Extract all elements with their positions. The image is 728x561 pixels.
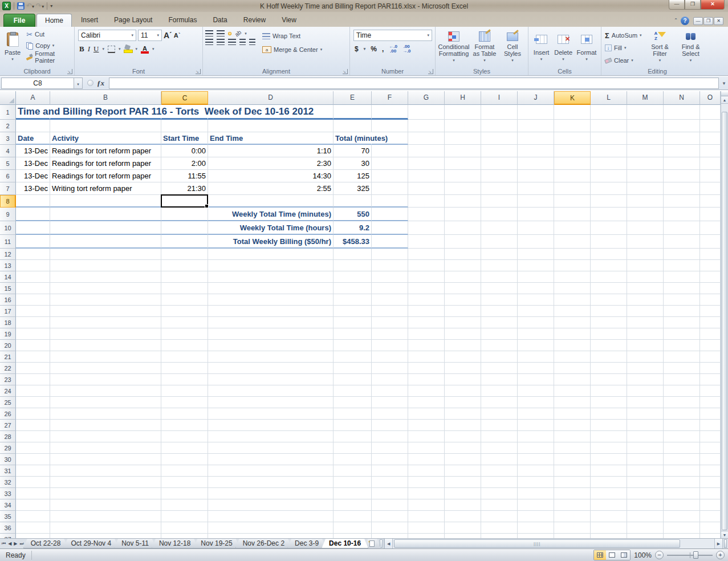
cell-J7[interactable] xyxy=(518,182,554,195)
excel-logo-icon[interactable]: X xyxy=(2,2,11,10)
font-color-icon[interactable]: A xyxy=(141,45,149,54)
cell-A37[interactable] xyxy=(16,534,50,538)
cell-F26[interactable] xyxy=(372,408,408,420)
cell-N13[interactable] xyxy=(664,260,700,271)
next-sheet-icon[interactable]: ▶ xyxy=(14,541,17,546)
cell-L35[interactable] xyxy=(591,511,627,522)
cell-I7[interactable] xyxy=(481,182,518,195)
cell-A36[interactable] xyxy=(16,522,50,534)
cell-J10[interactable] xyxy=(518,221,554,235)
cell-H1[interactable] xyxy=(445,105,481,120)
row-header-22[interactable]: 22 xyxy=(0,363,16,374)
cell-A3[interactable]: Date xyxy=(16,132,50,145)
cell-N19[interactable] xyxy=(664,328,700,340)
align-top-icon[interactable] xyxy=(205,30,213,36)
cell-M18[interactable] xyxy=(627,317,664,328)
cell-C26[interactable] xyxy=(161,408,208,420)
percent-format-button[interactable]: % xyxy=(371,45,377,53)
cell-I35[interactable] xyxy=(481,511,518,522)
cell-F12[interactable] xyxy=(372,249,408,260)
cell-O35[interactable] xyxy=(700,511,721,522)
cell-C13[interactable] xyxy=(161,260,208,271)
tab-page-layout[interactable]: Page Layout xyxy=(106,14,160,27)
cell-C30[interactable] xyxy=(161,454,208,465)
cell-D35[interactable] xyxy=(208,511,334,522)
cell-C27[interactable] xyxy=(161,420,208,431)
cell-M2[interactable] xyxy=(627,120,664,132)
cell-G4[interactable] xyxy=(408,145,445,157)
cell-G16[interactable] xyxy=(408,294,445,306)
cell-J21[interactable] xyxy=(518,351,554,363)
cell-H15[interactable] xyxy=(445,283,481,294)
cell-E12[interactable] xyxy=(334,249,372,260)
cell-I37[interactable] xyxy=(481,534,518,538)
cell-B24[interactable] xyxy=(50,385,161,397)
cell-L30[interactable] xyxy=(591,454,627,465)
page-break-view-button[interactable] xyxy=(618,550,630,560)
horizontal-scrollbar[interactable]: ◀ |||| ▶ xyxy=(384,539,723,548)
cell-G17[interactable] xyxy=(408,306,445,317)
insert-cells-button[interactable]: Insert▾ xyxy=(531,29,552,65)
cell-E34[interactable] xyxy=(334,499,372,511)
cell-N17[interactable] xyxy=(664,306,700,317)
cell-F21[interactable] xyxy=(372,351,408,363)
row-header-28[interactable]: 28 xyxy=(0,431,16,442)
cell-C23[interactable] xyxy=(161,374,208,385)
cell-I29[interactable] xyxy=(481,442,518,454)
cell-H7[interactable] xyxy=(445,182,481,195)
select-all-corner[interactable] xyxy=(0,91,16,105)
clipboard-dialog-launcher[interactable]: ↘ xyxy=(67,69,72,74)
cell-F23[interactable] xyxy=(372,374,408,385)
increase-decimal-button[interactable]: ←.0.00 xyxy=(389,44,397,54)
cell-G32[interactable] xyxy=(408,477,445,488)
cell-F10[interactable] xyxy=(372,221,408,235)
cell-D3[interactable]: End Time xyxy=(208,132,334,145)
cell-N29[interactable] xyxy=(664,442,700,454)
wrap-text-button[interactable]: Wrap Text xyxy=(261,30,323,42)
cell-H29[interactable] xyxy=(445,442,481,454)
cell-E29[interactable] xyxy=(334,442,372,454)
format-painter-button[interactable]: Format Painter xyxy=(25,51,72,63)
cell-B15[interactable] xyxy=(50,283,161,294)
cell-A16[interactable] xyxy=(16,294,50,306)
cell-E33[interactable] xyxy=(334,488,372,499)
cell-E7[interactable]: 325 xyxy=(334,182,372,195)
cell-I13[interactable] xyxy=(481,260,518,271)
cell-K23[interactable] xyxy=(554,374,591,385)
cell-N31[interactable] xyxy=(664,465,700,477)
cell-J9[interactable] xyxy=(518,208,554,221)
cell-M15[interactable] xyxy=(627,283,664,294)
cell-J35[interactable] xyxy=(518,511,554,522)
cell-J20[interactable] xyxy=(518,340,554,351)
cell-A33[interactable] xyxy=(16,488,50,499)
cell-I30[interactable] xyxy=(481,454,518,465)
cell-F1[interactable] xyxy=(372,105,408,120)
column-header-F[interactable]: F xyxy=(372,91,408,105)
cell-F22[interactable] xyxy=(372,363,408,374)
collapse-ribbon-icon[interactable]: ˆ xyxy=(675,18,677,24)
cell-N14[interactable] xyxy=(664,271,700,283)
cell-G31[interactable] xyxy=(408,465,445,477)
cell-D6[interactable]: 14:30 xyxy=(208,170,334,182)
row-header-12[interactable]: 12 xyxy=(0,249,16,260)
cell-F24[interactable] xyxy=(372,385,408,397)
cell-O11[interactable] xyxy=(700,235,721,249)
sheet-tab-nov-12-18[interactable]: Nov 12-18 xyxy=(152,539,198,548)
cell-O17[interactable] xyxy=(700,306,721,317)
cell-O20[interactable] xyxy=(700,340,721,351)
cell-M7[interactable] xyxy=(627,182,664,195)
cell-L6[interactable] xyxy=(591,170,627,182)
cell-B35[interactable] xyxy=(50,511,161,522)
cell-H23[interactable] xyxy=(445,374,481,385)
cell-I26[interactable] xyxy=(481,408,518,420)
cell-M17[interactable] xyxy=(627,306,664,317)
cell-M23[interactable] xyxy=(627,374,664,385)
cell-G21[interactable] xyxy=(408,351,445,363)
clear-button[interactable]: Clear▾ xyxy=(604,55,643,66)
cell-G8[interactable] xyxy=(408,195,445,208)
cell-O3[interactable] xyxy=(700,132,721,145)
cell-C15[interactable] xyxy=(161,283,208,294)
cell-B17[interactable] xyxy=(50,306,161,317)
cell-B11[interactable] xyxy=(50,235,161,249)
alignment-dialog-launcher[interactable]: ↘ xyxy=(343,69,348,74)
